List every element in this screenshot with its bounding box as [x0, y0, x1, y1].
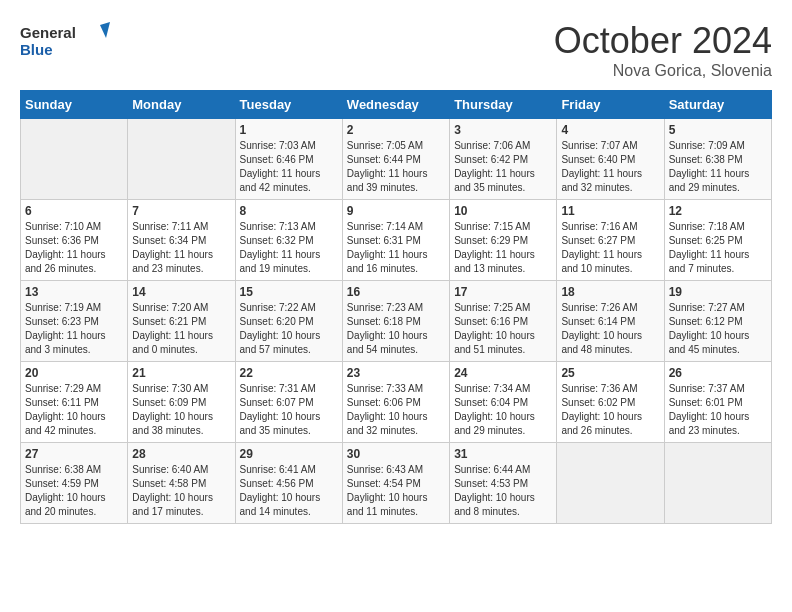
day-number: 22	[240, 366, 338, 380]
day-info: Sunrise: 7:03 AMSunset: 6:46 PMDaylight:…	[240, 139, 338, 195]
header-cell-sunday: Sunday	[21, 91, 128, 119]
day-number: 19	[669, 285, 767, 299]
logo-svg: General Blue	[20, 20, 110, 60]
day-cell: 7Sunrise: 7:11 AMSunset: 6:34 PMDaylight…	[128, 200, 235, 281]
day-cell: 26Sunrise: 7:37 AMSunset: 6:01 PMDayligh…	[664, 362, 771, 443]
week-row-5: 27Sunrise: 6:38 AMSunset: 4:59 PMDayligh…	[21, 443, 772, 524]
day-number: 29	[240, 447, 338, 461]
day-number: 9	[347, 204, 445, 218]
day-info: Sunrise: 6:38 AMSunset: 4:59 PMDaylight:…	[25, 463, 123, 519]
day-cell: 29Sunrise: 6:41 AMSunset: 4:56 PMDayligh…	[235, 443, 342, 524]
day-cell: 25Sunrise: 7:36 AMSunset: 6:02 PMDayligh…	[557, 362, 664, 443]
day-info: Sunrise: 7:33 AMSunset: 6:06 PMDaylight:…	[347, 382, 445, 438]
day-number: 27	[25, 447, 123, 461]
day-info: Sunrise: 7:15 AMSunset: 6:29 PMDaylight:…	[454, 220, 552, 276]
day-info: Sunrise: 7:13 AMSunset: 6:32 PMDaylight:…	[240, 220, 338, 276]
day-cell: 28Sunrise: 6:40 AMSunset: 4:58 PMDayligh…	[128, 443, 235, 524]
day-info: Sunrise: 7:29 AMSunset: 6:11 PMDaylight:…	[25, 382, 123, 438]
day-info: Sunrise: 7:26 AMSunset: 6:14 PMDaylight:…	[561, 301, 659, 357]
day-number: 6	[25, 204, 123, 218]
day-cell: 21Sunrise: 7:30 AMSunset: 6:09 PMDayligh…	[128, 362, 235, 443]
day-cell: 8Sunrise: 7:13 AMSunset: 6:32 PMDaylight…	[235, 200, 342, 281]
day-info: Sunrise: 6:41 AMSunset: 4:56 PMDaylight:…	[240, 463, 338, 519]
day-number: 11	[561, 204, 659, 218]
day-number: 23	[347, 366, 445, 380]
day-cell: 4Sunrise: 7:07 AMSunset: 6:40 PMDaylight…	[557, 119, 664, 200]
day-number: 14	[132, 285, 230, 299]
day-number: 25	[561, 366, 659, 380]
day-cell: 30Sunrise: 6:43 AMSunset: 4:54 PMDayligh…	[342, 443, 449, 524]
day-cell: 27Sunrise: 6:38 AMSunset: 4:59 PMDayligh…	[21, 443, 128, 524]
day-info: Sunrise: 6:44 AMSunset: 4:53 PMDaylight:…	[454, 463, 552, 519]
day-info: Sunrise: 7:05 AMSunset: 6:44 PMDaylight:…	[347, 139, 445, 195]
logo: General Blue	[20, 20, 110, 60]
day-number: 7	[132, 204, 230, 218]
day-number: 4	[561, 123, 659, 137]
day-number: 21	[132, 366, 230, 380]
day-info: Sunrise: 7:36 AMSunset: 6:02 PMDaylight:…	[561, 382, 659, 438]
week-row-1: 1Sunrise: 7:03 AMSunset: 6:46 PMDaylight…	[21, 119, 772, 200]
day-number: 18	[561, 285, 659, 299]
day-number: 31	[454, 447, 552, 461]
day-cell	[21, 119, 128, 200]
day-cell: 2Sunrise: 7:05 AMSunset: 6:44 PMDaylight…	[342, 119, 449, 200]
week-row-2: 6Sunrise: 7:10 AMSunset: 6:36 PMDaylight…	[21, 200, 772, 281]
day-cell	[664, 443, 771, 524]
day-info: Sunrise: 7:14 AMSunset: 6:31 PMDaylight:…	[347, 220, 445, 276]
title-block: October 2024 Nova Gorica, Slovenia	[554, 20, 772, 80]
day-number: 12	[669, 204, 767, 218]
day-number: 1	[240, 123, 338, 137]
day-number: 26	[669, 366, 767, 380]
day-info: Sunrise: 7:11 AMSunset: 6:34 PMDaylight:…	[132, 220, 230, 276]
day-cell: 23Sunrise: 7:33 AMSunset: 6:06 PMDayligh…	[342, 362, 449, 443]
day-number: 2	[347, 123, 445, 137]
day-number: 15	[240, 285, 338, 299]
svg-text:General: General	[20, 24, 76, 41]
day-info: Sunrise: 6:43 AMSunset: 4:54 PMDaylight:…	[347, 463, 445, 519]
header-cell-saturday: Saturday	[664, 91, 771, 119]
day-info: Sunrise: 7:30 AMSunset: 6:09 PMDaylight:…	[132, 382, 230, 438]
day-cell: 19Sunrise: 7:27 AMSunset: 6:12 PMDayligh…	[664, 281, 771, 362]
header-cell-wednesday: Wednesday	[342, 91, 449, 119]
day-info: Sunrise: 7:31 AMSunset: 6:07 PMDaylight:…	[240, 382, 338, 438]
day-number: 3	[454, 123, 552, 137]
day-cell: 14Sunrise: 7:20 AMSunset: 6:21 PMDayligh…	[128, 281, 235, 362]
day-cell: 6Sunrise: 7:10 AMSunset: 6:36 PMDaylight…	[21, 200, 128, 281]
day-number: 10	[454, 204, 552, 218]
day-number: 17	[454, 285, 552, 299]
day-cell: 12Sunrise: 7:18 AMSunset: 6:25 PMDayligh…	[664, 200, 771, 281]
day-cell: 1Sunrise: 7:03 AMSunset: 6:46 PMDaylight…	[235, 119, 342, 200]
day-info: Sunrise: 7:16 AMSunset: 6:27 PMDaylight:…	[561, 220, 659, 276]
day-cell: 9Sunrise: 7:14 AMSunset: 6:31 PMDaylight…	[342, 200, 449, 281]
day-cell: 18Sunrise: 7:26 AMSunset: 6:14 PMDayligh…	[557, 281, 664, 362]
header-cell-friday: Friday	[557, 91, 664, 119]
day-info: Sunrise: 7:09 AMSunset: 6:38 PMDaylight:…	[669, 139, 767, 195]
day-number: 20	[25, 366, 123, 380]
day-cell: 20Sunrise: 7:29 AMSunset: 6:11 PMDayligh…	[21, 362, 128, 443]
calendar-table: SundayMondayTuesdayWednesdayThursdayFrid…	[20, 90, 772, 524]
day-cell: 10Sunrise: 7:15 AMSunset: 6:29 PMDayligh…	[450, 200, 557, 281]
svg-text:Blue: Blue	[20, 41, 53, 58]
day-number: 24	[454, 366, 552, 380]
day-number: 8	[240, 204, 338, 218]
day-number: 5	[669, 123, 767, 137]
location-subtitle: Nova Gorica, Slovenia	[554, 62, 772, 80]
header-cell-monday: Monday	[128, 91, 235, 119]
page-header: General Blue October 2024 Nova Gorica, S…	[20, 20, 772, 80]
day-cell: 11Sunrise: 7:16 AMSunset: 6:27 PMDayligh…	[557, 200, 664, 281]
svg-marker-2	[100, 22, 110, 38]
day-info: Sunrise: 7:25 AMSunset: 6:16 PMDaylight:…	[454, 301, 552, 357]
day-info: Sunrise: 7:18 AMSunset: 6:25 PMDaylight:…	[669, 220, 767, 276]
month-title: October 2024	[554, 20, 772, 62]
day-cell: 31Sunrise: 6:44 AMSunset: 4:53 PMDayligh…	[450, 443, 557, 524]
week-row-4: 20Sunrise: 7:29 AMSunset: 6:11 PMDayligh…	[21, 362, 772, 443]
day-cell: 3Sunrise: 7:06 AMSunset: 6:42 PMDaylight…	[450, 119, 557, 200]
day-cell	[128, 119, 235, 200]
day-info: Sunrise: 7:27 AMSunset: 6:12 PMDaylight:…	[669, 301, 767, 357]
day-info: Sunrise: 7:06 AMSunset: 6:42 PMDaylight:…	[454, 139, 552, 195]
day-info: Sunrise: 7:37 AMSunset: 6:01 PMDaylight:…	[669, 382, 767, 438]
day-number: 28	[132, 447, 230, 461]
day-number: 16	[347, 285, 445, 299]
week-row-3: 13Sunrise: 7:19 AMSunset: 6:23 PMDayligh…	[21, 281, 772, 362]
day-info: Sunrise: 7:34 AMSunset: 6:04 PMDaylight:…	[454, 382, 552, 438]
